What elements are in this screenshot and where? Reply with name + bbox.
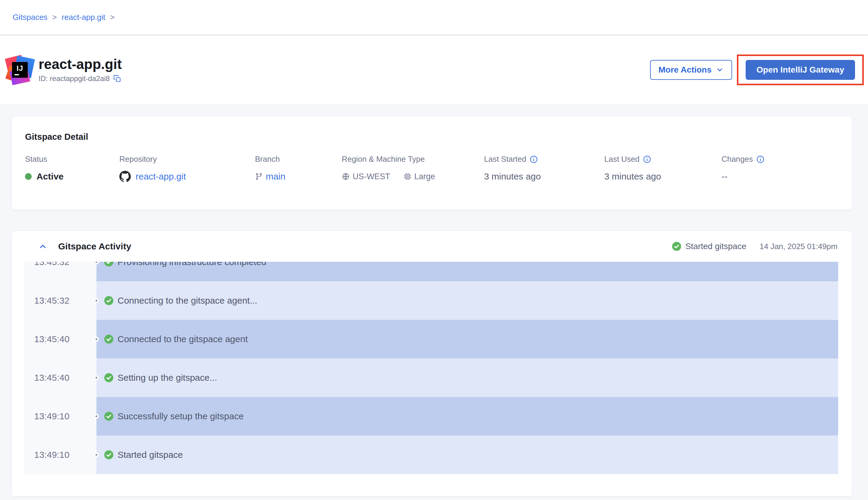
copy-icon[interactable]: [113, 75, 121, 82]
activity-log[interactable]: 13:45:32 Provisioning infrastructure com…: [24, 262, 838, 474]
machine-type-value: Large: [414, 172, 435, 181]
activity-log-row: 13:45:32 Provisioning infrastructure com…: [24, 262, 838, 281]
region-machine-label: Region & Machine Type: [342, 155, 425, 164]
branch-link[interactable]: main: [266, 171, 286, 182]
activity-row-message: Started gitspace: [118, 450, 183, 460]
success-check-icon: [104, 334, 113, 344]
open-intellij-gateway-button[interactable]: Open IntelliJ Gateway: [746, 60, 855, 80]
success-check-icon: [104, 450, 113, 459]
info-icon[interactable]: [643, 156, 651, 163]
github-icon: [119, 171, 131, 182]
gitspace-detail-card: Gitspace Detail Status Active Repository…: [11, 116, 852, 210]
field-last-used: Last Used 3 minutes ago: [604, 155, 722, 183]
breadcrumb-gitspaces[interactable]: Gitspaces: [13, 13, 48, 22]
breadcrumb-current[interactable]: react-app.git: [62, 13, 105, 22]
title-block: IJ react-app.git ID: reactappgit-da2ai8: [7, 57, 122, 83]
activity-log-row: 13:45:40 Setting up the gitspace...: [24, 359, 838, 397]
page-header: IJ react-app.git ID: reactappgit-da2ai8 …: [0, 35, 868, 104]
main-content: Gitspace Detail Status Active Repository…: [0, 104, 868, 496]
activity-row-message: Successfully setup the gitspace: [118, 411, 244, 421]
breadcrumb-separator: >: [53, 13, 57, 22]
region-value: US-WEST: [353, 172, 390, 181]
chevron-down-icon: [716, 66, 724, 74]
field-region-machine: Region & Machine Type US-WEST Large: [342, 155, 484, 183]
chevron-up-icon[interactable]: [38, 242, 47, 251]
info-icon[interactable]: [756, 156, 764, 163]
page-title: react-app.git: [38, 57, 122, 72]
breadcrumb-separator: >: [110, 13, 114, 22]
activity-row-time: 13:49:10: [34, 411, 70, 421]
activity-row-time: 13:45:32: [34, 262, 70, 267]
intellij-logo-text: IJ: [12, 64, 28, 72]
last-used-label: Last Used: [604, 155, 639, 164]
header-actions: More Actions Open IntelliJ Gateway: [650, 55, 864, 85]
last-used-value: 3 minutes ago: [604, 171, 661, 182]
activity-status-time: 14 Jan, 2025 01:49pm: [759, 242, 837, 251]
timeline-dot-icon: [94, 337, 99, 342]
timeline-dot-icon: [94, 414, 99, 419]
activity-row-message: Connected to the gitspace agent: [118, 334, 248, 344]
globe-icon: [342, 173, 349, 180]
status-value: Active: [36, 171, 64, 182]
activity-title: Gitspace Activity: [58, 241, 131, 251]
branch-label: Branch: [255, 155, 280, 164]
field-status: Status Active: [25, 155, 119, 183]
success-check-icon: [104, 262, 113, 266]
repository-label: Repository: [119, 155, 157, 164]
changes-value: --: [722, 171, 727, 182]
activity-log-row: 13:45:32 Connecting to the gitspace agen…: [24, 281, 838, 320]
activity-status-label: Started gitspace: [685, 241, 746, 251]
gitspace-activity-card: Gitspace Activity Started gitspace 14 Ja…: [11, 231, 852, 496]
timeline-dot-icon: [94, 298, 99, 303]
field-branch: Branch main: [255, 155, 342, 183]
activity-row-time: 13:49:10: [34, 450, 70, 460]
gitspace-id: ID: reactappgit-da2ai8: [38, 75, 110, 83]
last-started-label: Last Started: [484, 155, 526, 164]
field-changes: Changes --: [722, 155, 839, 183]
repository-link[interactable]: react-app.git: [136, 171, 186, 182]
activity-log-row: 13:49:10 Started gitspace: [24, 435, 838, 474]
activity-row-message: Connecting to the gitspace agent...: [118, 295, 257, 306]
annotation-highlight: Open IntelliJ Gateway: [737, 55, 864, 85]
status-active-dot-icon: [25, 173, 32, 180]
success-check-icon: [672, 242, 681, 251]
cpu-icon: [403, 173, 411, 180]
top-bar: Gitspaces > react-app.git >: [0, 0, 868, 35]
timeline-dot-icon: [94, 375, 99, 380]
breadcrumb: Gitspaces > react-app.git >: [13, 13, 115, 22]
timeline-dot-icon: [94, 452, 99, 457]
last-started-value: 3 minutes ago: [484, 171, 541, 182]
git-branch-icon: [255, 173, 263, 180]
activity-log-row: 13:45:40 Connected to the gitspace agent: [24, 320, 838, 359]
changes-label: Changes: [722, 155, 753, 164]
field-last-started: Last Started 3 minutes ago: [484, 155, 604, 183]
activity-header: Gitspace Activity Started gitspace 14 Ja…: [12, 231, 852, 262]
field-repository: Repository react-app.git: [119, 155, 255, 183]
intellij-logo-icon: IJ: [7, 57, 33, 82]
success-check-icon: [104, 412, 113, 421]
activity-row-time: 13:45:40: [34, 334, 70, 344]
activity-row-message: Setting up the gitspace...: [118, 373, 217, 383]
activity-log-row: 13:49:10 Successfully setup the gitspace: [24, 397, 838, 435]
activity-row-time: 13:45:40: [34, 373, 70, 383]
success-check-icon: [104, 373, 113, 382]
activity-row-message: Provisioning infrastructure completed: [118, 262, 266, 267]
detail-card-title: Gitspace Detail: [25, 132, 839, 142]
status-label: Status: [25, 155, 47, 164]
activity-row-time: 13:45:32: [34, 295, 70, 306]
info-icon[interactable]: [530, 156, 538, 163]
more-actions-button[interactable]: More Actions: [650, 60, 732, 80]
success-check-icon: [104, 296, 113, 305]
